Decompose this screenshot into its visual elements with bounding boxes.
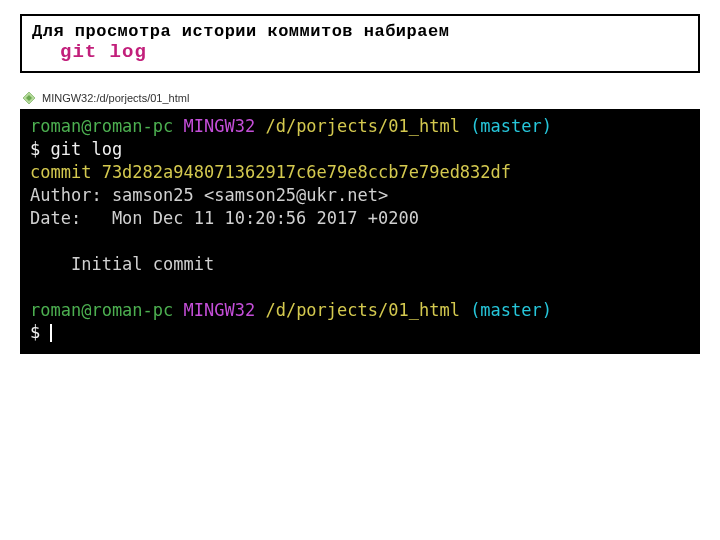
prompt-symbol: $ xyxy=(30,139,50,159)
commit-hash-line: commit 73d282a948071362917c6e79e8ccb7e79… xyxy=(30,162,511,182)
prompt-symbol: $ xyxy=(30,322,50,342)
terminal-window: roman@roman-pc MINGW32 /d/porjects/01_ht… xyxy=(20,109,700,354)
window-title-bar: MINGW32:/d/porjects/01_html xyxy=(22,91,700,105)
instruction-command: git log xyxy=(60,41,688,63)
date-line: Date: Mon Dec 11 10:20:56 2017 +0200 xyxy=(30,208,419,228)
instruction-box: Для просмотра истории коммитов набираем … xyxy=(20,14,700,73)
instruction-text: Для просмотра истории коммитов набираем xyxy=(32,22,688,41)
prompt-env: MINGW32 xyxy=(173,116,255,136)
prompt-branch: (master) xyxy=(460,300,552,320)
command-line-2: $ xyxy=(30,322,52,342)
prompt-path: /d/porjects/01_html xyxy=(255,116,460,136)
commit-message: Initial commit xyxy=(30,254,214,274)
prompt-env: MINGW32 xyxy=(173,300,255,320)
typed-command: git log xyxy=(50,139,122,159)
window-title-text: MINGW32:/d/porjects/01_html xyxy=(42,92,189,104)
prompt-user: roman@roman-pc xyxy=(30,300,173,320)
prompt-path: /d/porjects/01_html xyxy=(255,300,460,320)
author-line: Author: samson25 <samson25@ukr.net> xyxy=(30,185,388,205)
prompt-user: roman@roman-pc xyxy=(30,116,173,136)
prompt-line-2: roman@roman-pc MINGW32 /d/porjects/01_ht… xyxy=(30,300,552,320)
prompt-line: roman@roman-pc MINGW32 /d/porjects/01_ht… xyxy=(30,116,552,136)
prompt-branch: (master) xyxy=(460,116,552,136)
git-bash-icon xyxy=(22,91,36,105)
text-cursor xyxy=(50,324,52,342)
command-line: $ git log xyxy=(30,139,122,159)
